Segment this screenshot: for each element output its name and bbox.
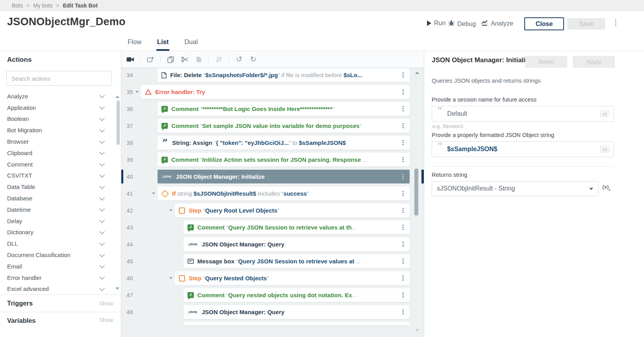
action-text: File: Delete “$sSnapshotsFolder$/*.jpg” … xyxy=(170,72,362,78)
category-label: Application xyxy=(7,104,36,111)
chevron-down-icon xyxy=(99,115,105,121)
row-kebab-menu[interactable]: ⋮ xyxy=(400,187,406,200)
row-kebab-menu[interactable]: ⋮ xyxy=(400,271,406,285)
action-card[interactable]: //Comment “Query JSON Session to retriev… xyxy=(184,220,410,234)
action-card[interactable]: (JSON)JSON Object Manager: Query⋮ xyxy=(184,305,410,319)
row-kebab-menu[interactable]: ⋮ xyxy=(400,237,406,251)
disable-icon[interactable] xyxy=(215,55,223,64)
category-label: DLL xyxy=(7,240,18,247)
action-card[interactable]: Error handler: Try⋮ xyxy=(141,85,410,99)
sidebar-category-datetime[interactable]: Datetime xyxy=(0,204,121,215)
insert-variable-icon[interactable]: (x) xyxy=(600,111,609,117)
sidebar-category-error-handler[interactable]: Error handler xyxy=(0,272,121,283)
row-kebab-menu[interactable]: ⋮ xyxy=(400,254,406,268)
apply-button[interactable]: Apply xyxy=(573,56,615,68)
category-label: Email xyxy=(7,263,22,270)
action-card[interactable]: (JSON)JSON Object Manager: Initialize⋮ xyxy=(158,170,410,183)
row-kebab-menu[interactable]: ⋮ xyxy=(400,119,406,132)
paste-icon[interactable] xyxy=(195,55,203,64)
sidebar-category-excel-advanced[interactable]: Excel advanced xyxy=(0,283,121,292)
action-card[interactable]: If string $sJSONObjInitResult$ Includes … xyxy=(158,187,410,200)
returns-variable-select[interactable]: sJSONObjInitResult - String xyxy=(432,181,599,196)
collapse-caret-icon[interactable] xyxy=(135,91,139,93)
row-kebab-menu[interactable]: ⋮ xyxy=(400,288,406,302)
json-string-input[interactable]: ” $sSampleJSON$ (x) xyxy=(432,141,614,157)
collapse-caret-icon[interactable] xyxy=(169,209,173,211)
variables-show-link[interactable]: Show xyxy=(99,317,113,323)
capture-icon[interactable] xyxy=(146,55,155,64)
sidebar-category-data-table[interactable]: Data Table xyxy=(0,181,121,193)
list-scrollbar-thumb[interactable] xyxy=(414,168,418,216)
save-button[interactable]: Save xyxy=(567,18,605,30)
breadcrumb-item-my-bots[interactable]: My bots xyxy=(33,2,52,9)
sidebar-category-application[interactable]: Application xyxy=(0,102,121,113)
action-card[interactable] xyxy=(184,322,410,325)
duplicate-icon[interactable] xyxy=(166,55,175,64)
reset-button[interactable]: Reset xyxy=(525,56,567,68)
row-kebab-menu[interactable]: ⋮ xyxy=(400,68,406,81)
action-text: Step “Query Root Level Objects” xyxy=(189,207,279,214)
tab-dual[interactable]: Dual xyxy=(184,36,199,51)
string-quote-icon: ” xyxy=(437,146,442,152)
action-card[interactable]: Step “Query Root Level Objects”⋮ xyxy=(175,204,410,217)
action-card[interactable]: Step “Query Nested Objects”⋮ xyxy=(175,271,410,285)
search-input[interactable] xyxy=(6,71,112,86)
action-card[interactable]: Message box “Query JSON Session to retri… xyxy=(184,254,410,268)
sidebar-scrollbar-thumb[interactable] xyxy=(117,100,120,145)
triggers-show-link[interactable]: Show xyxy=(99,300,113,307)
collapse-caret-icon[interactable] xyxy=(152,193,155,194)
sidebar-category-csv-txt[interactable]: CSV/TXT xyxy=(0,170,121,181)
cut-icon[interactable] xyxy=(180,55,189,64)
action-row-44: 44(JSON)JSON Object Manager: Query⋮ xyxy=(121,237,424,251)
tab-list[interactable]: List xyxy=(156,36,169,51)
tab-flow[interactable]: Flow xyxy=(127,36,142,51)
sidebar-category-comment[interactable]: Comment xyxy=(0,159,121,170)
row-kebab-menu[interactable]: ⋮ xyxy=(400,220,406,234)
sidebar-scroll-up-icon[interactable] xyxy=(115,96,119,98)
sidebar-category-analyze[interactable]: Analyze xyxy=(0,91,121,102)
sidebar-category-clipboard[interactable]: Clipboard xyxy=(0,147,121,159)
sidebar-category-document-classification[interactable]: Document Classification xyxy=(0,249,121,261)
undo-icon[interactable]: ↺ xyxy=(235,55,243,64)
redo-icon[interactable]: ↻ xyxy=(249,55,258,64)
sidebar-category-dll[interactable]: DLL xyxy=(0,238,121,249)
record-icon[interactable] xyxy=(126,55,135,64)
action-card[interactable]: //Comment “Set sample JSON value into va… xyxy=(158,119,410,133)
sidebar-category-database[interactable]: Database xyxy=(0,193,121,204)
sidebar-scroll-down-icon[interactable] xyxy=(115,287,119,290)
close-button[interactable]: Close xyxy=(524,17,564,30)
action-card[interactable]: //Comment “Initilize Action sets session… xyxy=(158,153,410,167)
action-card[interactable]: File: Delete “$sSnapshotsFolder$/*.jpg” … xyxy=(158,68,410,82)
sidebar-category-delay[interactable]: Delay xyxy=(0,215,121,227)
action-card[interactable]: (JSON)JSON Object Manager: Query⋮ xyxy=(184,237,410,251)
sidebar-category-dictionary[interactable]: Dictionary xyxy=(0,227,121,238)
action-card[interactable]: //Comment “Query nested objects using do… xyxy=(184,288,410,302)
run-button[interactable]: Run xyxy=(427,20,445,27)
variables-title: Variables xyxy=(7,317,35,324)
row-number: 43 xyxy=(126,220,133,234)
row-kebab-menu[interactable]: ⋮ xyxy=(400,102,406,115)
row-kebab-menu[interactable]: ⋮ xyxy=(400,305,406,318)
debug-button[interactable]: Debug xyxy=(448,20,476,28)
analyze-button[interactable]: Analyze xyxy=(481,20,513,28)
session-name-input[interactable]: ” Default (x) xyxy=(432,106,614,122)
row-kebab-menu[interactable]: ⋮ xyxy=(400,153,406,166)
row-kebab-menu[interactable]: ⋮ xyxy=(400,204,406,217)
insert-variable-icon[interactable]: (x) xyxy=(600,146,609,152)
row-kebab-menu[interactable]: ⋮ xyxy=(400,136,406,149)
list-scroll-down-icon[interactable] xyxy=(415,329,419,331)
row-kebab-menu[interactable]: ⋮ xyxy=(400,85,406,98)
action-card[interactable]: ”String: Assign “{ "token": "eyJhbGciOiJ… xyxy=(158,136,410,150)
list-scroll-up-icon[interactable] xyxy=(415,72,419,74)
row-kebab-menu[interactable]: ⋮ xyxy=(400,170,406,183)
breadcrumb-item-bots[interactable]: Bots xyxy=(12,2,23,9)
sidebar-category-email[interactable]: Email xyxy=(0,261,121,272)
category-label: Analyze xyxy=(7,93,28,100)
insert-variable-plus-icon[interactable]: (x)+ xyxy=(602,184,611,191)
sidebar-category-boolean[interactable]: Boolean xyxy=(0,113,121,125)
sidebar-category-bot-migration[interactable]: Bot Migration xyxy=(0,124,121,136)
sidebar-category-browser[interactable]: Browser xyxy=(0,136,121,147)
action-card[interactable]: //Comment “*********Bot Logic Goes Insid… xyxy=(158,102,410,116)
header-kebab-menu[interactable]: ⋮ xyxy=(612,18,619,27)
collapse-caret-icon[interactable] xyxy=(169,277,173,279)
